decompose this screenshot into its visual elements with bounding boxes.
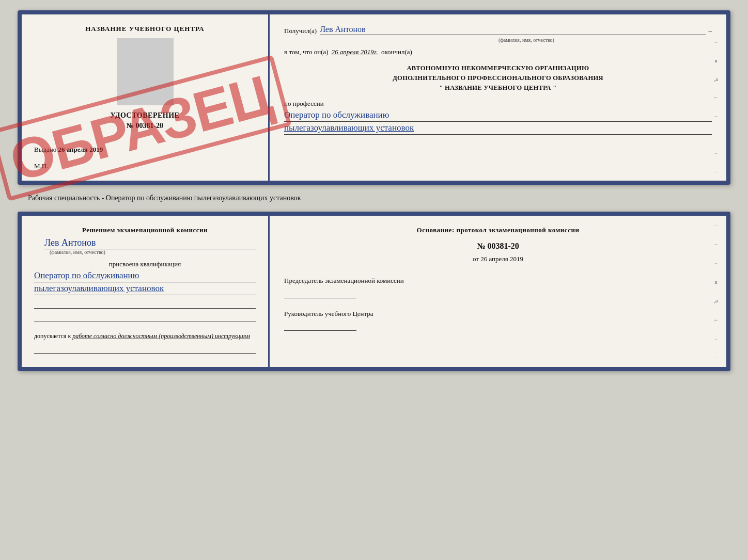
vtom-okoncil: окончил(а) xyxy=(381,48,412,56)
autonomnaya-line2: ДОПОЛНИТЕЛЬНОГО ПРОФЕССИОНАЛЬНОГО ОБРАЗО… xyxy=(284,73,712,83)
kvalif-line2: пылегазоулавливающих установок xyxy=(34,283,256,295)
vertical-decoration: – – и ,а ← – – – – xyxy=(711,14,721,181)
autonomnaya-block: АВТОНОМНУЮ НЕКОММЕРЧЕСКУЮ ОРГАНИЗАЦИЮ ДО… xyxy=(284,63,712,92)
top-document-card: НАЗВАНИЕ УЧЕБНОГО ЦЕНТРА ОБРАЗЕЦ УДОСТОВ… xyxy=(18,10,730,185)
vtom-row: в том, что он(а) 26 апреля 2019г. окончи… xyxy=(284,48,712,56)
vydano-date: 26 апреля 2019 xyxy=(58,146,103,153)
top-card-right: Получил(а) Лев Антонов – (фамилия, имя, … xyxy=(270,14,726,181)
vydano-label: Выдано xyxy=(34,146,56,153)
dopusk-text: работе согласно должностным (производств… xyxy=(72,332,250,340)
photo-placeholder xyxy=(117,38,174,105)
rukovoditel-label: Руководитель учебного Центра xyxy=(284,310,373,317)
rukovoditel-signature-line xyxy=(284,322,356,331)
bottom-card-left: Решением экзаменационной комиссии Лев Ан… xyxy=(22,216,270,367)
vydano-line: Выдано 26 апреля 2019 xyxy=(34,146,256,154)
mp-line: М.П. xyxy=(34,162,256,170)
bottom-card-right: Основание: протокол экзаменационной коми… xyxy=(270,216,726,367)
po-professii-label: по профессии xyxy=(284,100,712,108)
empty-line-1 xyxy=(34,298,256,309)
bottom-fio-sub: (фамилия, имя, отчество) xyxy=(50,249,256,255)
bottom-name: Лев Антонов xyxy=(44,237,256,249)
kvalif-line1: Оператор по обслуживанию xyxy=(34,270,256,282)
autonomnaya-line3: " НАЗВАНИЕ УЧЕБНОГО ЦЕНТРА " xyxy=(284,83,712,93)
predsedatel-signature-line xyxy=(284,289,356,298)
ot-date-block: от 26 апреля 2019 xyxy=(284,255,712,263)
poluchil-label: Получил(а) xyxy=(284,27,317,35)
predsedatel-label: Председатель экзаменационной комиссии xyxy=(284,277,404,284)
udostoverenie-title: УДОСТОВЕРЕНИЕ xyxy=(34,111,256,120)
top-card-left: НАЗВАНИЕ УЧЕБНОГО ЦЕНТРА ОБРАЗЕЦ УДОСТОВ… xyxy=(22,14,270,181)
vtom-date: 26 апреля 2019г. xyxy=(332,48,378,56)
bottom-vertical-decoration: – – – и ,а ← – – xyxy=(711,216,721,367)
dopuskaetsya-block: допускается к работе согласно должностны… xyxy=(34,332,256,340)
empty-line-2 xyxy=(34,312,256,322)
predsedatel-block: Председатель экзаменационной комиссии xyxy=(284,276,712,298)
ot-date: 26 апреля 2019 xyxy=(480,255,523,263)
prisvoena-label: присвоена квалификация xyxy=(34,260,256,268)
ot-label: от xyxy=(473,255,479,263)
document-number: № 00381-20 xyxy=(34,122,256,130)
vtom-label: в том, что он(а) xyxy=(284,48,329,56)
dopusk-label: допускается к xyxy=(34,332,71,340)
poluchil-row: Получил(а) Лев Антонов – xyxy=(284,25,712,35)
profession-line1: Оператор по обслуживанию xyxy=(284,110,712,122)
subtitle-text: Рабочая специальность - Оператор по обсл… xyxy=(28,194,301,202)
protocol-number: № 00381-20 xyxy=(284,242,712,251)
bottom-document-card: Решением экзаменационной комиссии Лев Ан… xyxy=(18,212,730,371)
resheniem-block: Решением экзаменационной комиссии xyxy=(34,226,256,234)
rukovoditel-block: Руководитель учебного Центра xyxy=(284,309,712,331)
poluchil-name: Лев Антонов xyxy=(320,25,705,35)
autonomnaya-line1: АВТОНОМНУЮ НЕКОММЕРЧЕСКУЮ ОРГАНИЗАЦИЮ xyxy=(284,63,712,73)
profession-line2: пылегазоулавливающих установок xyxy=(284,123,712,135)
fio-subtitle: (фамилия, имя, отчество) xyxy=(341,37,712,43)
top-section-title: НАЗВАНИЕ УЧЕБНОГО ЦЕНТРА xyxy=(34,25,256,33)
osnovanie-block: Основание: протокол экзаменационной коми… xyxy=(284,226,712,234)
empty-line-3 xyxy=(34,343,256,354)
